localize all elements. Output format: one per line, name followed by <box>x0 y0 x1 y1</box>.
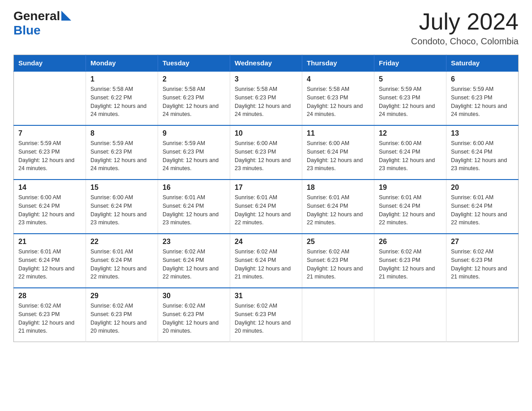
day-number: 12 <box>379 129 442 137</box>
calendar-cell: 19Sunrise: 6:01 AMSunset: 6:24 PMDayligh… <box>374 180 446 234</box>
calendar-cell: 27Sunrise: 6:02 AMSunset: 6:23 PMDayligh… <box>446 234 519 288</box>
calendar-month-year: July 2024 <box>411 9 519 34</box>
day-number: 24 <box>235 238 297 246</box>
day-info: Sunrise: 5:58 AMSunset: 6:23 PMDaylight:… <box>307 85 369 119</box>
calendar-cell: 16Sunrise: 6:01 AMSunset: 6:24 PMDayligh… <box>158 180 230 234</box>
calendar-location: Condoto, Choco, Colombia <box>411 36 519 47</box>
day-info: Sunrise: 6:00 AMSunset: 6:24 PMDaylight:… <box>379 139 442 173</box>
day-number: 9 <box>163 129 225 137</box>
week-row-5: 28Sunrise: 6:02 AMSunset: 6:23 PMDayligh… <box>14 288 519 342</box>
page-header: General Blue July 2024 Condoto, Choco, C… <box>13 9 519 47</box>
logo-triangle-icon <box>61 11 71 21</box>
day-number: 23 <box>163 238 225 246</box>
calendar-cell: 30Sunrise: 6:02 AMSunset: 6:23 PMDayligh… <box>158 288 230 342</box>
svg-marker-0 <box>61 11 71 21</box>
day-number: 13 <box>451 129 514 137</box>
day-number: 6 <box>451 75 514 83</box>
calendar-cell: 23Sunrise: 6:02 AMSunset: 6:24 PMDayligh… <box>158 234 230 288</box>
day-number: 25 <box>307 238 369 246</box>
day-number: 2 <box>163 75 225 83</box>
calendar-cell: 26Sunrise: 6:02 AMSunset: 6:23 PMDayligh… <box>374 234 446 288</box>
day-info: Sunrise: 6:02 AMSunset: 6:23 PMDaylight:… <box>18 302 81 335</box>
day-number: 29 <box>90 292 153 300</box>
calendar-cell: 8Sunrise: 5:59 AMSunset: 6:23 PMDaylight… <box>86 125 158 180</box>
day-info: Sunrise: 5:59 AMSunset: 6:23 PMDaylight:… <box>379 85 442 119</box>
calendar-cell: 24Sunrise: 6:02 AMSunset: 6:24 PMDayligh… <box>230 234 302 288</box>
calendar-cell: 7Sunrise: 5:59 AMSunset: 6:23 PMDaylight… <box>14 125 86 180</box>
calendar-cell <box>374 288 446 342</box>
day-info: Sunrise: 5:59 AMSunset: 6:23 PMDaylight:… <box>18 139 81 173</box>
logo-blue-text: Blue <box>13 23 41 37</box>
calendar-cell: 1Sunrise: 5:58 AMSunset: 6:22 PMDaylight… <box>86 71 158 125</box>
week-row-3: 14Sunrise: 6:00 AMSunset: 6:24 PMDayligh… <box>14 180 519 234</box>
day-info: Sunrise: 6:01 AMSunset: 6:24 PMDaylight:… <box>163 193 225 227</box>
calendar-cell <box>302 288 374 342</box>
days-of-week-row: SundayMondayTuesdayWednesdayThursdayFrid… <box>14 55 519 72</box>
day-number: 11 <box>307 129 369 137</box>
day-number: 14 <box>18 184 81 192</box>
day-number: 16 <box>163 184 225 192</box>
calendar-title-block: July 2024 Condoto, Choco, Colombia <box>411 9 519 47</box>
calendar-cell <box>446 288 519 342</box>
calendar-body: 1Sunrise: 5:58 AMSunset: 6:22 PMDaylight… <box>14 71 519 342</box>
day-info: Sunrise: 6:01 AMSunset: 6:24 PMDaylight:… <box>90 248 153 281</box>
day-info: Sunrise: 5:59 AMSunset: 6:23 PMDaylight:… <box>90 139 153 173</box>
day-number: 21 <box>18 238 81 246</box>
day-info: Sunrise: 5:58 AMSunset: 6:22 PMDaylight:… <box>90 85 153 119</box>
day-number: 15 <box>90 184 153 192</box>
calendar-cell: 22Sunrise: 6:01 AMSunset: 6:24 PMDayligh… <box>86 234 158 288</box>
calendar-cell: 14Sunrise: 6:00 AMSunset: 6:24 PMDayligh… <box>14 180 86 234</box>
day-info: Sunrise: 6:00 AMSunset: 6:24 PMDaylight:… <box>90 193 153 227</box>
calendar-cell: 2Sunrise: 5:58 AMSunset: 6:23 PMDaylight… <box>158 71 230 125</box>
day-number: 17 <box>235 184 297 192</box>
day-header-friday: Friday <box>374 55 446 72</box>
calendar-cell: 4Sunrise: 5:58 AMSunset: 6:23 PMDaylight… <box>302 71 374 125</box>
day-info: Sunrise: 6:01 AMSunset: 6:24 PMDaylight:… <box>235 193 297 227</box>
day-number: 22 <box>90 238 153 246</box>
day-header-saturday: Saturday <box>446 55 519 72</box>
day-number: 3 <box>235 75 297 83</box>
calendar-cell: 13Sunrise: 6:00 AMSunset: 6:24 PMDayligh… <box>446 125 519 180</box>
day-header-monday: Monday <box>86 55 158 72</box>
day-info: Sunrise: 6:02 AMSunset: 6:23 PMDaylight:… <box>163 302 225 335</box>
calendar-cell: 3Sunrise: 5:58 AMSunset: 6:23 PMDaylight… <box>230 71 302 125</box>
logo-general-text: General <box>13 9 60 23</box>
day-info: Sunrise: 6:01 AMSunset: 6:24 PMDaylight:… <box>18 248 81 281</box>
day-header-sunday: Sunday <box>14 55 86 72</box>
calendar-cell: 21Sunrise: 6:01 AMSunset: 6:24 PMDayligh… <box>14 234 86 288</box>
day-info: Sunrise: 6:02 AMSunset: 6:24 PMDaylight:… <box>235 248 297 281</box>
calendar-header: SundayMondayTuesdayWednesdayThursdayFrid… <box>14 55 519 72</box>
day-info: Sunrise: 5:59 AMSunset: 6:23 PMDaylight:… <box>163 139 225 173</box>
calendar-cell: 18Sunrise: 6:01 AMSunset: 6:24 PMDayligh… <box>302 180 374 234</box>
day-header-tuesday: Tuesday <box>158 55 230 72</box>
day-info: Sunrise: 6:02 AMSunset: 6:23 PMDaylight:… <box>451 248 514 281</box>
day-info: Sunrise: 6:00 AMSunset: 6:23 PMDaylight:… <box>235 139 297 173</box>
day-number: 20 <box>451 184 514 192</box>
calendar-cell: 20Sunrise: 6:01 AMSunset: 6:24 PMDayligh… <box>446 180 519 234</box>
day-info: Sunrise: 6:00 AMSunset: 6:24 PMDaylight:… <box>307 139 369 173</box>
day-info: Sunrise: 5:58 AMSunset: 6:23 PMDaylight:… <box>235 85 297 119</box>
day-info: Sunrise: 6:00 AMSunset: 6:24 PMDaylight:… <box>18 193 81 227</box>
day-info: Sunrise: 6:01 AMSunset: 6:24 PMDaylight:… <box>451 193 514 227</box>
week-row-1: 1Sunrise: 5:58 AMSunset: 6:22 PMDaylight… <box>14 71 519 125</box>
day-number: 4 <box>307 75 369 83</box>
day-number: 31 <box>235 292 297 300</box>
calendar-cell: 11Sunrise: 6:00 AMSunset: 6:24 PMDayligh… <box>302 125 374 180</box>
calendar-cell: 31Sunrise: 6:02 AMSunset: 6:23 PMDayligh… <box>230 288 302 342</box>
week-row-4: 21Sunrise: 6:01 AMSunset: 6:24 PMDayligh… <box>14 234 519 288</box>
calendar-cell: 28Sunrise: 6:02 AMSunset: 6:23 PMDayligh… <box>14 288 86 342</box>
day-info: Sunrise: 5:58 AMSunset: 6:23 PMDaylight:… <box>163 85 225 119</box>
day-number: 19 <box>379 184 442 192</box>
logo: General Blue <box>13 9 71 38</box>
day-number: 27 <box>451 238 514 246</box>
day-header-thursday: Thursday <box>302 55 374 72</box>
day-info: Sunrise: 6:01 AMSunset: 6:24 PMDaylight:… <box>379 193 442 227</box>
day-number: 7 <box>18 129 81 137</box>
calendar-cell: 29Sunrise: 6:02 AMSunset: 6:23 PMDayligh… <box>86 288 158 342</box>
day-header-wednesday: Wednesday <box>230 55 302 72</box>
calendar-cell: 6Sunrise: 5:59 AMSunset: 6:23 PMDaylight… <box>446 71 519 125</box>
day-number: 28 <box>18 292 81 300</box>
day-number: 30 <box>163 292 225 300</box>
day-info: Sunrise: 6:02 AMSunset: 6:23 PMDaylight:… <box>379 248 442 281</box>
day-number: 8 <box>90 129 153 137</box>
